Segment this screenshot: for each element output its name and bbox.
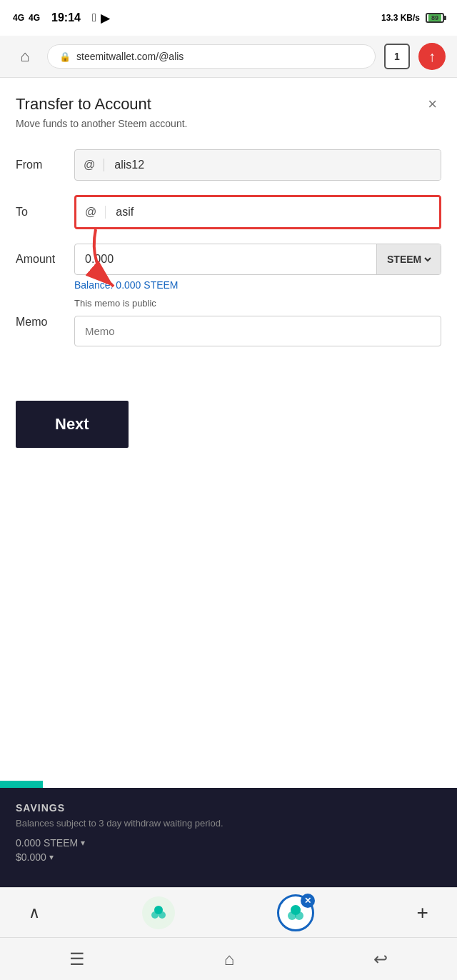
home-icon: ⌂	[20, 47, 29, 66]
amount-input[interactable]	[75, 244, 376, 274]
tab-count: 1	[394, 51, 400, 62]
savings-section: SAVINGS Balances subject to 3 day withdr…	[0, 788, 457, 887]
close-button[interactable]: ×	[423, 95, 441, 114]
next-button[interactable]: Next	[16, 401, 129, 448]
to-label: To	[16, 206, 66, 219]
menu-icon[interactable]: ☰	[69, 949, 85, 969]
youtube-icon: ▶	[101, 11, 109, 25]
dialog-header: Transfer to Account ×	[16, 95, 441, 114]
balance-link[interactable]: Balance: 0.000 STEEM	[74, 279, 441, 291]
green-accent-bar	[0, 781, 43, 788]
browser-bar: ⌂ 🔒 steemitwallet.com/@alis 1 ↑	[0, 36, 457, 78]
amount-row: Amount STEEM SBD	[16, 244, 441, 275]
lock-icon: 🔒	[59, 51, 71, 62]
upload-button[interactable]: ↑	[418, 43, 446, 70]
to-input-wrapper: @	[74, 195, 441, 229]
from-at-sign: @	[75, 159, 104, 171]
savings-steem-chevron[interactable]: ▾	[81, 838, 85, 848]
signal-4g-1: 4G	[13, 13, 24, 23]
savings-amount-steem: 0.000 STEEM ▾	[16, 837, 441, 849]
tab-icon-1-svg	[146, 901, 171, 925]
memo-label: Memo	[16, 316, 66, 329]
to-input[interactable]	[106, 197, 439, 227]
nav-bar: ☰ ⌂ ↩	[0, 937, 457, 980]
nav-back-icon[interactable]: ↩	[373, 949, 388, 969]
browser-home-button[interactable]: ⌂	[11, 43, 39, 70]
white-space	[0, 479, 457, 679]
dialog-title: Transfer to Account	[16, 95, 151, 114]
dialog-subtitle: Move funds to another Steem account.	[16, 118, 441, 129]
to-at-sign: @	[76, 206, 106, 219]
currency-dropdown[interactable]: STEEM SBD	[384, 253, 433, 266]
memo-row: Memo	[16, 316, 441, 346]
amount-input-group: STEEM SBD	[74, 244, 441, 275]
close-badge[interactable]: ✕	[301, 894, 315, 908]
svg-point-3	[151, 911, 159, 919]
to-row: To @	[16, 195, 441, 229]
url-text: steemitwallet.com/@alis	[76, 51, 363, 62]
signal-4g-2: 4G	[29, 13, 40, 23]
tab-icon-2-active[interactable]: ✕	[277, 894, 314, 931]
status-left: 4G 4G 19:14  ▶	[13, 11, 109, 25]
battery-icon: 89	[426, 13, 444, 23]
savings-amount-usd: $0.000 ▾	[16, 851, 441, 863]
facebook-icon: 	[92, 11, 96, 24]
main-content: Transfer to Account × Move funds to anot…	[0, 78, 457, 479]
tab-count-button[interactable]: 1	[384, 44, 410, 69]
from-row: From @	[16, 149, 441, 181]
from-label: From	[16, 159, 66, 171]
memo-input[interactable]	[74, 316, 441, 346]
from-input-wrapper: @	[74, 149, 441, 181]
amount-label: Amount	[16, 253, 66, 266]
savings-usd-chevron[interactable]: ▾	[49, 852, 54, 862]
upload-icon: ↑	[428, 49, 436, 65]
tab-icon-1[interactable]	[142, 896, 175, 929]
status-time: 19:14	[51, 11, 81, 24]
currency-select-wrapper[interactable]: STEEM SBD	[376, 244, 441, 274]
url-bar[interactable]: 🔒 steemitwallet.com/@alis	[47, 44, 376, 69]
savings-subtitle: Balances subject to 3 day withdraw waiti…	[16, 818, 441, 829]
savings-title: SAVINGS	[16, 802, 441, 814]
from-input[interactable]	[104, 150, 441, 180]
bottom-tabs: ∧ ✕ +	[0, 887, 457, 937]
nav-home-icon[interactable]: ⌂	[224, 949, 235, 969]
chevron-up-button[interactable]: ∧	[29, 904, 40, 922]
svg-point-4	[159, 911, 166, 919]
next-button-wrapper: Next	[16, 381, 129, 448]
svg-point-8	[295, 911, 303, 920]
status-right: 13.3 KB/s 89	[381, 13, 444, 23]
battery-level: 89	[431, 14, 438, 21]
status-bar: 4G 4G 19:14  ▶ 13.3 KB/s 89	[0, 0, 457, 36]
memo-hint: This memo is public	[74, 298, 441, 309]
add-tab-button[interactable]: +	[417, 901, 428, 924]
balance-area: Balance: 0.000 STEEM	[16, 279, 441, 291]
network-speed: 13.3 KB/s	[381, 13, 420, 23]
